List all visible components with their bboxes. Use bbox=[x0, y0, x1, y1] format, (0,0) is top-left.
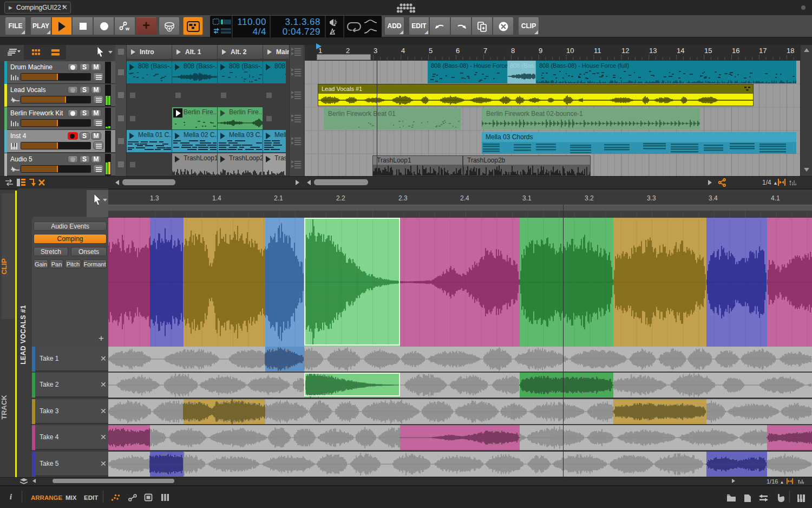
svg-text:w: w bbox=[125, 26, 130, 31]
